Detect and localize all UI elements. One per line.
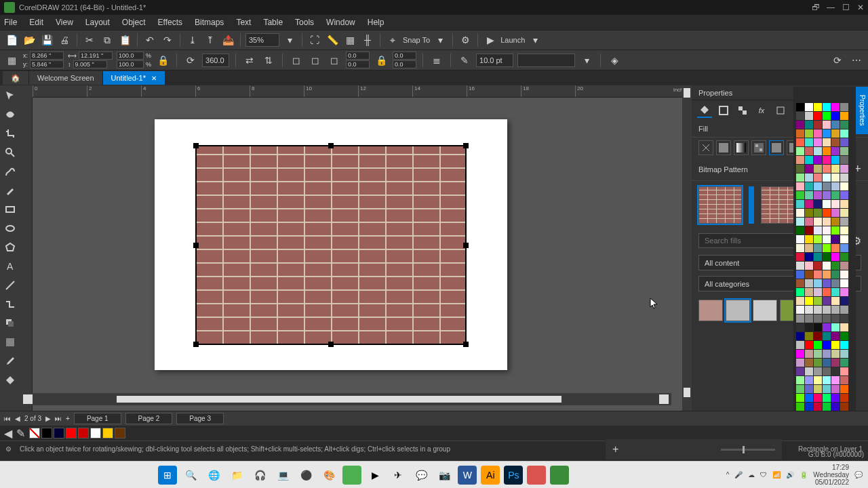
import-icon[interactable]: ⤓ bbox=[185, 33, 200, 47]
color-swatch[interactable] bbox=[823, 376, 831, 384]
ruler-origin[interactable] bbox=[20, 85, 33, 98]
color-swatch[interactable] bbox=[805, 376, 813, 384]
fountain-fill-icon[interactable] bbox=[734, 140, 749, 155]
color-swatch[interactable] bbox=[796, 288, 804, 296]
color-swatch[interactable] bbox=[840, 367, 848, 375]
corner-br[interactable] bbox=[393, 60, 416, 68]
menu-effects[interactable]: Effects bbox=[158, 18, 182, 27]
vertical-scrollbar[interactable] bbox=[682, 85, 692, 411]
color-swatch[interactable] bbox=[814, 385, 822, 393]
color-swatch[interactable] bbox=[814, 182, 822, 190]
x-position[interactable] bbox=[30, 52, 64, 60]
color-swatch[interactable] bbox=[805, 394, 813, 402]
mirror-h-icon[interactable]: ⇄ bbox=[242, 53, 257, 68]
color-swatch[interactable] bbox=[840, 270, 848, 279]
shield-icon[interactable]: 🛡 bbox=[760, 471, 767, 479]
color-swatch[interactable] bbox=[840, 244, 848, 252]
color-swatch[interactable] bbox=[840, 112, 848, 120]
color-swatch[interactable] bbox=[840, 385, 848, 393]
color-swatch[interactable] bbox=[805, 270, 813, 279]
bitmap-pattern-icon[interactable] bbox=[769, 140, 784, 155]
color-swatch[interactable] bbox=[796, 226, 804, 235]
resize-handle[interactable] bbox=[328, 342, 334, 347]
publish-icon[interactable]: 📤 bbox=[220, 33, 235, 47]
color-swatch[interactable] bbox=[831, 306, 840, 314]
color-swatch[interactable] bbox=[805, 323, 813, 331]
summary-tab-icon[interactable] bbox=[773, 103, 788, 118]
color-swatch[interactable] bbox=[823, 279, 831, 287]
color-swatch[interactable] bbox=[814, 218, 822, 226]
corner-round-icon[interactable]: ◻ bbox=[308, 53, 323, 68]
zoom-tool-icon[interactable] bbox=[3, 145, 18, 160]
next-page-icon[interactable]: ▶ bbox=[45, 415, 51, 422]
color-swatch[interactable] bbox=[814, 103, 822, 111]
color-swatch[interactable] bbox=[840, 359, 848, 367]
app-icon[interactable]: 🎨 bbox=[319, 466, 338, 485]
color-swatch[interactable] bbox=[796, 394, 804, 402]
text-tool-icon[interactable]: A bbox=[3, 259, 18, 274]
copy-icon[interactable]: ⧉ bbox=[100, 33, 115, 47]
obs-icon[interactable]: ⚫ bbox=[296, 466, 315, 485]
color-swatch[interactable] bbox=[823, 156, 831, 164]
app-icon[interactable]: ▶ bbox=[366, 466, 384, 485]
corner-icon[interactable]: ◻ bbox=[289, 53, 304, 68]
pick-tool-icon[interactable] bbox=[3, 88, 18, 103]
eyedropper-icon[interactable]: ✎ bbox=[16, 427, 25, 440]
word-icon[interactable]: W bbox=[458, 466, 477, 485]
start-icon[interactable]: ⊞ bbox=[158, 466, 177, 485]
corner-chamfer-icon[interactable]: ◻ bbox=[327, 53, 342, 68]
color-swatch[interactable] bbox=[823, 174, 831, 182]
color-swatch[interactable] bbox=[796, 147, 804, 155]
snap-label[interactable]: Snap To bbox=[403, 36, 430, 44]
color-swatch[interactable] bbox=[831, 367, 840, 375]
fullscreen-icon[interactable]: ⛶ bbox=[307, 33, 322, 47]
color-swatch[interactable] bbox=[823, 332, 831, 340]
properties-side-tab[interactable]: Properties bbox=[856, 87, 868, 134]
chrome-icon[interactable]: 🌐 bbox=[204, 466, 223, 485]
color-swatch[interactable] bbox=[840, 147, 848, 155]
grid-icon[interactable]: ▦ bbox=[342, 33, 357, 47]
pattern-swatch[interactable] bbox=[698, 300, 723, 321]
search-icon[interactable]: 🔍 bbox=[181, 466, 200, 485]
rectangle-tool-icon[interactable] bbox=[3, 202, 18, 217]
tray-chevron-icon[interactable]: ^ bbox=[726, 471, 730, 479]
wrap-text-icon[interactable]: ≣ bbox=[429, 53, 444, 68]
color-swatch[interactable] bbox=[831, 112, 840, 120]
menu-help[interactable]: Help bbox=[368, 18, 384, 27]
color-swatch[interactable] bbox=[831, 332, 840, 340]
page-tab[interactable]: Page 2 bbox=[125, 413, 173, 424]
color-swatch[interactable] bbox=[814, 209, 822, 217]
color-swatch[interactable] bbox=[814, 129, 822, 138]
color-swatch[interactable] bbox=[814, 138, 822, 146]
color-swatch[interactable] bbox=[823, 270, 831, 279]
horizontal-scrollbar[interactable] bbox=[117, 396, 561, 403]
color-swatch[interactable] bbox=[831, 244, 840, 252]
color-swatch[interactable] bbox=[831, 359, 840, 367]
paste-icon[interactable]: 📋 bbox=[117, 33, 132, 47]
color-swatch[interactable] bbox=[796, 314, 804, 323]
freehand-tool-icon[interactable] bbox=[3, 164, 18, 179]
color-swatch[interactable] bbox=[823, 253, 831, 261]
color-swatch[interactable] bbox=[823, 147, 831, 155]
outline-pen-icon[interactable]: ✎ bbox=[457, 53, 472, 68]
color-swatch[interactable] bbox=[805, 341, 813, 349]
color-swatch[interactable] bbox=[823, 129, 831, 138]
color-swatch[interactable] bbox=[796, 218, 804, 226]
refresh-icon[interactable]: ⟳ bbox=[830, 53, 845, 68]
color-swatch[interactable] bbox=[54, 428, 64, 439]
convert-curves-icon[interactable]: ◈ bbox=[607, 53, 622, 68]
new-icon[interactable]: 📄 bbox=[4, 33, 19, 47]
color-swatch[interactable] bbox=[814, 262, 822, 270]
color-swatch[interactable] bbox=[796, 112, 804, 120]
color-swatch[interactable] bbox=[805, 112, 813, 120]
onedrive-icon[interactable]: ☁ bbox=[748, 471, 755, 479]
color-swatch[interactable] bbox=[823, 200, 831, 208]
print-icon[interactable]: 🖨 bbox=[57, 33, 72, 47]
color-swatch[interactable] bbox=[66, 428, 77, 439]
color-swatch[interactable] bbox=[823, 359, 831, 367]
color-swatch[interactable] bbox=[840, 191, 848, 199]
color-swatch[interactable] bbox=[814, 121, 822, 129]
outline-tab-icon[interactable] bbox=[716, 103, 731, 118]
color-swatch[interactable] bbox=[823, 385, 831, 393]
color-swatch[interactable] bbox=[805, 218, 813, 226]
